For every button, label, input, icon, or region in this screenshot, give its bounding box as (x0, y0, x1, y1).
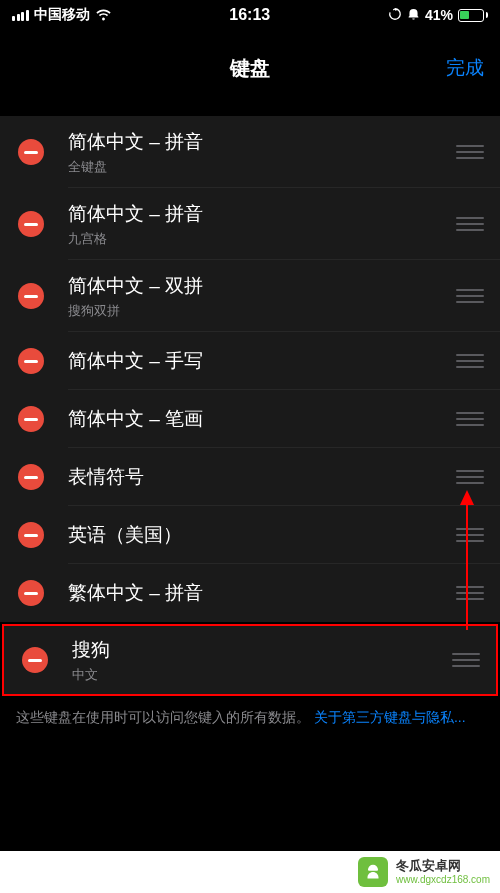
svg-rect-0 (24, 151, 38, 154)
row-title: 简体中文 – 拼音 (68, 201, 456, 227)
watermark: 冬瓜安卓网 www.dgxcdz168.com (0, 851, 500, 893)
row-labels: 简体中文 – 拼音 九宫格 (68, 201, 456, 248)
privacy-link[interactable]: 关于第三方键盘与隐私... (314, 709, 466, 725)
svg-rect-4 (24, 418, 38, 421)
svg-rect-3 (24, 360, 38, 363)
battery-pct: 41% (425, 7, 453, 23)
signal-icon (12, 10, 29, 21)
carrier-label: 中国移动 (34, 6, 90, 24)
footer-text: 这些键盘在使用时可以访问您键入的所有数据。 (16, 709, 310, 725)
drag-handle-icon[interactable] (456, 470, 484, 484)
delete-button[interactable] (18, 139, 44, 165)
row-title: 简体中文 – 手写 (68, 348, 456, 374)
delete-button[interactable] (18, 211, 44, 237)
row-subtitle: 搜狗双拼 (68, 302, 456, 320)
row-labels: 表情符号 (68, 464, 456, 490)
row-labels: 繁体中文 – 拼音 (68, 580, 456, 606)
keyboard-row[interactable]: 简体中文 – 拼音 九宫格 (0, 188, 500, 260)
watermark-logo-icon (358, 857, 388, 887)
alarm-icon (407, 7, 420, 23)
keyboard-row[interactable]: 繁体中文 – 拼音 (0, 564, 500, 622)
wifi-icon (95, 9, 112, 21)
drag-handle-icon[interactable] (456, 412, 484, 426)
drag-handle-icon[interactable] (456, 217, 484, 231)
row-labels: 搜狗 中文 (72, 637, 452, 684)
battery-icon (458, 9, 488, 22)
status-time: 16:13 (229, 6, 270, 24)
keyboard-row-highlighted[interactable]: 搜狗 中文 (2, 624, 498, 696)
done-button[interactable]: 完成 (446, 55, 484, 81)
watermark-url: www.dgxcdz168.com (396, 874, 490, 885)
delete-button[interactable] (18, 522, 44, 548)
delete-button[interactable] (22, 647, 48, 673)
row-title: 简体中文 – 笔画 (68, 406, 456, 432)
keyboard-row[interactable]: 英语（美国） (0, 506, 500, 564)
row-labels: 英语（美国） (68, 522, 456, 548)
delete-button[interactable] (18, 464, 44, 490)
keyboard-row[interactable]: 简体中文 – 双拼 搜狗双拼 (0, 260, 500, 332)
svg-rect-6 (24, 534, 38, 537)
row-title: 繁体中文 – 拼音 (68, 580, 456, 606)
keyboard-row[interactable]: 表情符号 (0, 448, 500, 506)
row-title: 简体中文 – 拼音 (68, 129, 456, 155)
row-labels: 简体中文 – 手写 (68, 348, 456, 374)
drag-handle-icon[interactable] (452, 653, 480, 667)
delete-button[interactable] (18, 580, 44, 606)
row-title: 搜狗 (72, 637, 452, 663)
row-subtitle: 中文 (72, 666, 452, 684)
keyboard-list: 简体中文 – 拼音 全键盘 简体中文 – 拼音 九宫格 简体中文 – 双拼 搜狗… (0, 116, 500, 738)
row-subtitle: 九宫格 (68, 230, 456, 248)
keyboard-row[interactable]: 简体中文 – 手写 (0, 332, 500, 390)
row-labels: 简体中文 – 笔画 (68, 406, 456, 432)
page-title: 键盘 (230, 55, 270, 82)
footer-note: 这些键盘在使用时可以访问您键入的所有数据。 关于第三方键盘与隐私... (0, 696, 500, 738)
svg-rect-2 (24, 295, 38, 298)
rotation-lock-icon (388, 7, 402, 24)
svg-rect-7 (24, 592, 38, 595)
svg-rect-5 (24, 476, 38, 479)
drag-handle-icon[interactable] (456, 289, 484, 303)
delete-button[interactable] (18, 283, 44, 309)
delete-button[interactable] (18, 348, 44, 374)
watermark-text: 冬瓜安卓网 www.dgxcdz168.com (396, 859, 490, 884)
drag-handle-icon[interactable] (456, 354, 484, 368)
row-title: 英语（美国） (68, 522, 456, 548)
nav-bar: 键盘 完成 (0, 46, 500, 90)
svg-rect-8 (28, 659, 42, 662)
delete-button[interactable] (18, 406, 44, 432)
row-title: 简体中文 – 双拼 (68, 273, 456, 299)
row-title: 表情符号 (68, 464, 456, 490)
keyboard-row[interactable]: 简体中文 – 笔画 (0, 390, 500, 448)
status-left: 中国移动 (12, 6, 112, 24)
watermark-name: 冬瓜安卓网 (396, 859, 461, 873)
status-right: 41% (388, 7, 488, 24)
drag-handle-icon[interactable] (456, 528, 484, 542)
row-subtitle: 全键盘 (68, 158, 456, 176)
drag-handle-icon[interactable] (456, 145, 484, 159)
row-labels: 简体中文 – 拼音 全键盘 (68, 129, 456, 176)
row-labels: 简体中文 – 双拼 搜狗双拼 (68, 273, 456, 320)
svg-rect-1 (24, 223, 38, 226)
status-bar: 中国移动 16:13 41% (0, 0, 500, 28)
drag-handle-icon[interactable] (456, 586, 484, 600)
keyboard-row[interactable]: 简体中文 – 拼音 全键盘 (0, 116, 500, 188)
